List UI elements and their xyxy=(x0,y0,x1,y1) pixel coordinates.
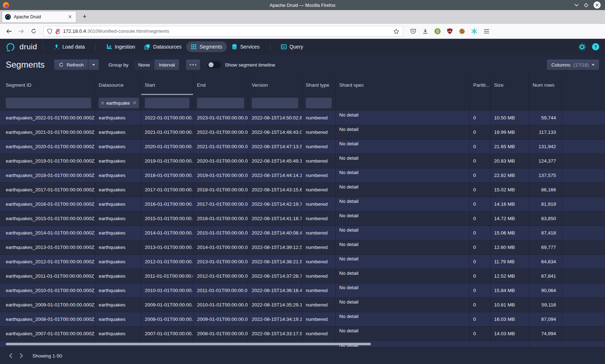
columns-count: (17/18) xyxy=(573,62,589,68)
cell-segment-id: earthquakes_2022-01-01T00:00:00.000Z_2..… xyxy=(0,111,95,125)
filter-end-input[interactable] xyxy=(197,97,244,108)
cell-start: 2013-01-01T00:00:00.0... xyxy=(141,240,193,254)
cell-shard-spec: No detail xyxy=(336,140,470,154)
table-row[interactable]: earthquakes_2011-01-01T00:00:00.000Z_2..… xyxy=(0,269,605,283)
column-header-partition[interactable]: Partiti... xyxy=(470,75,490,95)
group-by-none-button[interactable]: None xyxy=(134,59,154,70)
remove-filter-icon[interactable]: ✕ xyxy=(133,100,137,106)
cell-datasource: earthquakes xyxy=(95,298,141,312)
table-row[interactable]: earthquakes_2009-01-01T00:00:00.000Z_2..… xyxy=(0,298,605,312)
reload-button-icon[interactable] xyxy=(28,26,39,37)
privacy-badger-icon[interactable] xyxy=(432,26,443,37)
cell-version: 2022-08-15T14:45:49.1... xyxy=(248,154,302,168)
table-row[interactable]: earthquakes_2013-01-01T00:00:00.000Z_2..… xyxy=(0,240,605,255)
table-row[interactable]: earthquakes_2012-01-01T00:00:00.000Z_2..… xyxy=(0,255,605,269)
bookmark-star-icon[interactable] xyxy=(393,28,399,34)
table-row[interactable]: earthquakes_2014-01-01T00:00:00.000Z_2..… xyxy=(0,226,605,240)
pocket-icon[interactable] xyxy=(408,26,418,37)
cell-datasource: earthquakes xyxy=(95,269,141,283)
druid-favicon xyxy=(5,14,11,20)
group-by-interval-button[interactable]: Interval xyxy=(154,59,179,70)
insecure-lock-icon[interactable] xyxy=(55,28,60,34)
menu-hamburger-icon[interactable] xyxy=(481,26,492,37)
downloads-icon[interactable] xyxy=(420,26,431,37)
window-minimize-icon[interactable] xyxy=(574,4,579,6)
url-bar[interactable]: 172.18.0.4:30109/unified-console.html#se… xyxy=(43,26,403,37)
filter-version-input[interactable] xyxy=(252,97,298,108)
cell-shard-spec: No detail xyxy=(336,240,470,254)
new-tab-button[interactable]: + xyxy=(80,12,90,22)
more-options-button[interactable] xyxy=(186,59,200,70)
nav-ingestion[interactable]: Ingestion xyxy=(102,41,140,52)
filter-datasource-input[interactable]: = earthquake ✕ xyxy=(99,97,139,108)
columns-button[interactable]: Columns (17/18) xyxy=(547,59,599,70)
table-row[interactable]: earthquakes_2021-01-01T00:00:00.000Z_2..… xyxy=(0,125,605,140)
column-header-shard-spec[interactable]: Shard spec xyxy=(336,75,470,95)
column-header-end[interactable]: End xyxy=(193,75,248,95)
tab-close-icon[interactable] xyxy=(67,14,73,19)
refresh-button[interactable]: Refresh xyxy=(54,59,88,70)
cell-end: 2020-01-01T00:00:00.0... xyxy=(193,154,248,168)
refresh-dropdown-button[interactable] xyxy=(88,59,99,70)
cell-partition: 0 xyxy=(470,211,490,226)
filter-shard-type-input[interactable] xyxy=(306,97,332,108)
druid-logo[interactable]: druid xyxy=(6,42,37,51)
horizontal-scrollbar[interactable] xyxy=(0,343,605,346)
cell-version: 2022-08-15T14:38:21.9... xyxy=(248,255,302,269)
window-maximize-icon[interactable] xyxy=(584,3,588,8)
previous-page-button[interactable] xyxy=(5,350,16,361)
table-row[interactable]: earthquakes_2019-01-01T00:00:00.000Z_2..… xyxy=(0,154,605,168)
ublock-origin-icon[interactable]: uO xyxy=(444,26,455,37)
help-icon[interactable]: ? xyxy=(592,43,599,50)
cell-shard-type: numbered xyxy=(302,125,336,139)
column-header-version[interactable]: Version xyxy=(248,75,302,95)
cell-num-rows: 137,575 xyxy=(529,168,562,182)
table-row[interactable]: earthquakes_2008-01-01T00:00:00.000Z_2..… xyxy=(0,312,605,327)
query-icon xyxy=(281,44,287,50)
table-row[interactable]: earthquakes_2017-01-01T00:00:00.000Z_2..… xyxy=(0,183,605,197)
datasource-filter-chip[interactable]: = earthquake ✕ xyxy=(101,100,136,106)
cell-shard-type: numbered xyxy=(302,197,336,211)
table-row[interactable]: earthquakes_2016-01-01T00:00:00.000Z_2..… xyxy=(0,197,605,211)
cell-shard-type: numbered xyxy=(302,140,336,154)
nav-datasources[interactable]: Datasources xyxy=(140,41,186,52)
showing-count: Showing 1-50 xyxy=(32,353,62,359)
table-row[interactable]: earthquakes_2010-01-01T00:00:00.000Z_2..… xyxy=(0,283,605,298)
next-page-button[interactable] xyxy=(16,350,27,361)
table-row[interactable]: earthquakes_2022-01-01T00:00:00.000Z_2..… xyxy=(0,111,605,125)
segment-timeline-toggle[interactable] xyxy=(207,61,221,68)
nav-load-data[interactable]: Load data xyxy=(49,41,89,52)
table-row[interactable]: earthquakes_2020-01-01T00:00:00.000Z_2..… xyxy=(0,140,605,154)
cell-size: 14.16 MB xyxy=(490,197,529,211)
back-button-icon[interactable] xyxy=(4,26,14,37)
filter-start-input[interactable] xyxy=(145,97,189,108)
cookie-extension-icon[interactable] xyxy=(457,26,467,37)
column-header-size[interactable]: Size xyxy=(490,75,529,95)
nav-services[interactable]: Services xyxy=(227,41,264,52)
segment-timeline-label: Show segment timeline xyxy=(225,62,275,68)
snowflake-extension-icon[interactable] xyxy=(469,26,480,37)
table-row[interactable]: earthquakes_2007-01-01T00:00:00.000Z_2..… xyxy=(0,327,605,341)
window-title: Apache Druid — Mozilla Firefox xyxy=(0,3,605,8)
cell-segment-id: earthquakes_2007-01-01T00:00:00.000Z_2..… xyxy=(0,327,95,341)
nav-query[interactable]: Query xyxy=(276,41,308,52)
cell-segment-id: earthquakes_2021-01-01T00:00:00.000Z_2..… xyxy=(0,125,95,139)
column-header-segment-id[interactable]: Segment ID xyxy=(0,75,95,95)
cell-partition: 0 xyxy=(470,327,490,341)
forward-button-icon[interactable] xyxy=(16,26,27,37)
scrollbar-thumb[interactable] xyxy=(6,343,371,345)
browser-tab[interactable]: Apache Druid xyxy=(2,12,76,22)
column-header-shard-type[interactable]: Shard type xyxy=(302,75,336,95)
cell-size: 10.81 MB xyxy=(490,298,529,312)
column-header-num-rows[interactable]: Num rows xyxy=(529,75,562,95)
table-row[interactable]: earthquakes_2018-01-01T00:00:00.000Z_2..… xyxy=(0,168,605,183)
window-close-icon[interactable] xyxy=(593,1,601,9)
filter-segment-id-input[interactable] xyxy=(6,97,91,108)
settings-gear-icon[interactable] xyxy=(579,44,586,50)
cell-end: 2023-01-01T00:00:00.0... xyxy=(193,111,248,125)
column-header-datasource[interactable]: Datasource xyxy=(95,75,141,95)
column-header-start[interactable]: Start xyxy=(141,75,193,95)
table-row[interactable]: earthquakes_2015-01-01T00:00:00.000Z_2..… xyxy=(0,211,605,226)
cell-version: 2022-08-15T14:35:29.1... xyxy=(248,298,302,312)
nav-segments[interactable]: Segments xyxy=(186,41,227,52)
